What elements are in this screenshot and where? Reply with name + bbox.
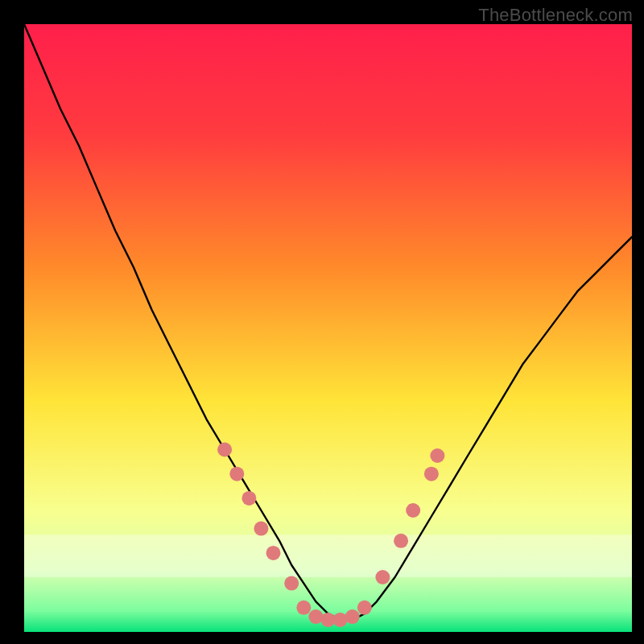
chart-svg [0, 0, 644, 644]
data-marker [424, 467, 439, 481]
data-marker [357, 601, 372, 615]
data-marker [375, 570, 390, 584]
data-marker [217, 443, 232, 457]
data-marker [284, 576, 299, 591]
data-marker [308, 609, 323, 624]
data-marker [296, 601, 311, 615]
data-marker [430, 448, 444, 463]
data-marker [345, 609, 360, 624]
data-marker [333, 613, 348, 627]
data-marker [242, 491, 256, 506]
chart-container: TheBottleneck.com [0, 0, 644, 644]
data-marker [229, 467, 244, 481]
data-marker [406, 503, 420, 518]
watermark-text: TheBottleneck.com [478, 5, 633, 26]
highlight-band [24, 535, 632, 577]
data-marker [254, 522, 268, 536]
data-marker [266, 546, 281, 560]
data-marker [394, 534, 408, 548]
